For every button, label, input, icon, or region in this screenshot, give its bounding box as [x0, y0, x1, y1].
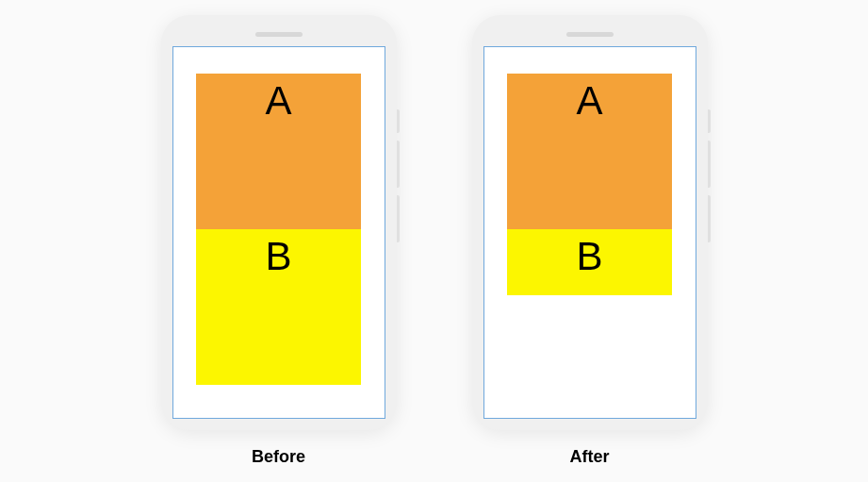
- block-b: B: [507, 229, 672, 295]
- side-button: [708, 141, 711, 188]
- block-a-label: A: [265, 81, 291, 229]
- block-a: A: [196, 74, 361, 229]
- side-button: [397, 109, 400, 133]
- side-button: [708, 195, 711, 242]
- diagram-container: A B Before A B: [161, 15, 708, 467]
- side-button: [397, 141, 400, 188]
- phone-speaker: [566, 32, 614, 37]
- phone-wrapper-before: A B Before: [161, 15, 397, 467]
- phone-before: A B: [161, 15, 397, 430]
- block-b-label: B: [576, 237, 602, 295]
- side-button: [708, 109, 711, 133]
- phone-screen: A B: [172, 46, 385, 419]
- phone-speaker: [255, 32, 303, 37]
- block-b-label: B: [265, 237, 291, 385]
- phone-side-buttons: [397, 109, 400, 242]
- caption-before: Before: [252, 447, 305, 467]
- block-a-label: A: [576, 81, 602, 229]
- caption-after: After: [569, 447, 609, 467]
- phone-wrapper-after: A B After: [472, 15, 708, 467]
- side-button: [397, 195, 400, 242]
- block-a: A: [507, 74, 672, 229]
- block-b: B: [196, 229, 361, 385]
- phone-screen: A B: [483, 46, 696, 419]
- phone-side-buttons: [708, 109, 711, 242]
- phone-after: A B: [472, 15, 708, 430]
